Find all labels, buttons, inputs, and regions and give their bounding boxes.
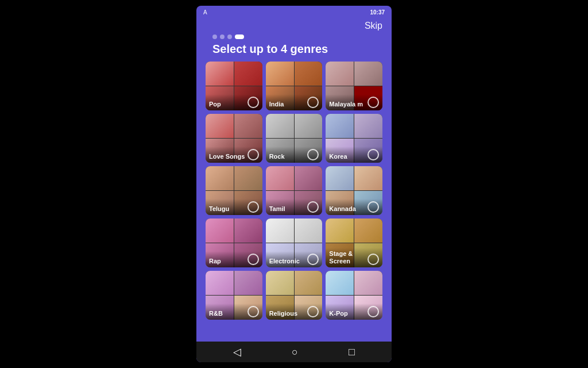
genre-thumb <box>234 218 262 243</box>
genre-thumb <box>295 62 323 86</box>
genre-card-rnb[interactable]: R&B <box>206 271 262 320</box>
skip-button[interactable]: Skip <box>365 21 382 31</box>
select-circle-rock[interactable] <box>307 149 319 160</box>
genre-thumb <box>266 218 294 243</box>
genre-name-tamil: Tamil <box>269 205 285 213</box>
select-circle-kannada[interactable] <box>368 201 379 213</box>
genre-card-malayalam[interactable]: Malayala m <box>326 62 382 110</box>
status-bar: A 10:37 <box>196 6 392 18</box>
genre-card-love-songs[interactable]: Love Songs <box>206 114 262 163</box>
dot-1 <box>212 34 217 39</box>
select-circle-rap[interactable] <box>247 254 259 265</box>
select-circle-stage-screen[interactable] <box>368 254 379 265</box>
recent-button[interactable]: □ <box>349 346 355 358</box>
genre-label-area: Love Songs <box>206 147 262 163</box>
genre-thumb <box>326 271 354 295</box>
home-button[interactable]: ○ <box>292 346 298 358</box>
genre-thumb <box>266 114 294 138</box>
genre-card-stage-screen[interactable]: Stage & Screen <box>326 218 382 267</box>
genre-row-4: Rap Electronic <box>206 218 382 267</box>
genre-name-love-songs: Love Songs <box>209 153 245 160</box>
select-circle-pop[interactable] <box>247 97 259 108</box>
genre-name-rnb: R&B <box>209 310 223 317</box>
genre-thumb <box>266 62 294 86</box>
genre-row-1: Pop India <box>206 62 382 110</box>
genre-thumb <box>354 62 382 86</box>
select-circle-kpop[interactable] <box>368 306 379 317</box>
genre-card-kannada[interactable]: Kannada <box>326 166 382 215</box>
genre-row-5: R&B Religious <box>206 271 382 320</box>
genre-name-rock: Rock <box>269 153 285 160</box>
genre-thumb <box>295 271 323 295</box>
genres-grid: Pop India <box>196 62 392 342</box>
status-time: 10:37 <box>370 9 385 16</box>
genre-thumb <box>354 166 382 190</box>
header: Skip <box>196 18 392 31</box>
genre-card-korea[interactable]: Korea <box>326 114 382 163</box>
genre-thumb <box>206 62 234 86</box>
select-circle-malayalam[interactable] <box>368 97 379 108</box>
dot-3 <box>227 34 232 39</box>
genre-name-electronic: Electronic <box>269 258 300 265</box>
genre-name-kannada: Kannada <box>329 205 355 213</box>
phone-container: A 10:37 Skip Select up to 4 genres Po <box>196 6 392 362</box>
genre-card-tamil[interactable]: Tamil <box>266 166 323 215</box>
genre-name-malayalam: Malayala m <box>329 101 363 108</box>
genre-label-area: K-Pop <box>326 304 382 320</box>
genre-label-area: Korea <box>326 147 382 163</box>
genre-thumb <box>206 218 234 243</box>
genre-card-telugu[interactable]: Telugu <box>206 166 262 215</box>
genre-label-area: Pop <box>206 94 262 110</box>
select-circle-korea[interactable] <box>368 149 379 160</box>
select-circle-electronic[interactable] <box>307 254 319 265</box>
genre-label-area: Rap <box>206 251 262 267</box>
dot-4-active <box>235 34 244 39</box>
genre-name-rap: Rap <box>209 258 221 265</box>
status-icon: A <box>203 9 207 16</box>
genre-name-stage-screen: Stage & Screen <box>329 250 368 265</box>
genre-label-area: Tamil <box>266 199 323 215</box>
genre-thumb <box>234 62 262 86</box>
genre-thumb <box>326 218 354 243</box>
genre-label-area: Religious <box>266 304 323 320</box>
select-circle-love-songs[interactable] <box>247 149 259 160</box>
genre-thumb <box>354 114 382 138</box>
genre-thumb <box>234 271 262 295</box>
select-circle-india[interactable] <box>307 97 319 108</box>
select-circle-tamil[interactable] <box>307 201 319 213</box>
genre-thumb <box>206 114 234 138</box>
genre-card-electronic[interactable]: Electronic <box>266 218 323 267</box>
genre-row-3: Telugu Tamil <box>206 166 382 215</box>
genre-name-telugu: Telugu <box>209 205 229 213</box>
genre-name-kpop: K-Pop <box>329 310 347 317</box>
genre-card-rock[interactable]: Rock <box>266 114 323 163</box>
genre-card-pop[interactable]: Pop <box>206 62 262 110</box>
genre-thumb <box>326 62 354 86</box>
genre-name-religious: Religious <box>269 310 298 317</box>
genre-thumb <box>295 218 323 243</box>
select-circle-religious[interactable] <box>307 306 319 317</box>
genre-label-area: India <box>266 94 323 110</box>
select-circle-telugu[interactable] <box>247 201 259 213</box>
genre-thumb <box>326 166 354 190</box>
genre-card-rap[interactable]: Rap <box>206 218 262 267</box>
genre-label-area: Kannada <box>326 199 382 215</box>
genre-thumb <box>295 166 323 190</box>
genre-thumb <box>234 114 262 138</box>
genre-thumb <box>206 271 234 295</box>
genre-card-kpop[interactable]: K-Pop <box>326 271 382 320</box>
genre-label-area: R&B <box>206 304 262 320</box>
genre-label-area: Rock <box>266 147 323 163</box>
select-circle-rnb[interactable] <box>247 306 259 317</box>
genre-thumb <box>234 166 262 190</box>
genre-name-korea: Korea <box>329 153 347 160</box>
genre-thumb <box>326 114 354 138</box>
genre-thumb <box>266 271 294 295</box>
genre-label-area: Malayala m <box>326 94 382 110</box>
genre-card-india[interactable]: India <box>266 62 323 110</box>
back-button[interactable]: ◁ <box>233 346 241 358</box>
genre-name-india: India <box>269 101 284 108</box>
genre-thumb <box>266 166 294 190</box>
genre-label-area: Telugu <box>206 199 262 215</box>
genre-card-religious[interactable]: Religious <box>266 271 323 320</box>
